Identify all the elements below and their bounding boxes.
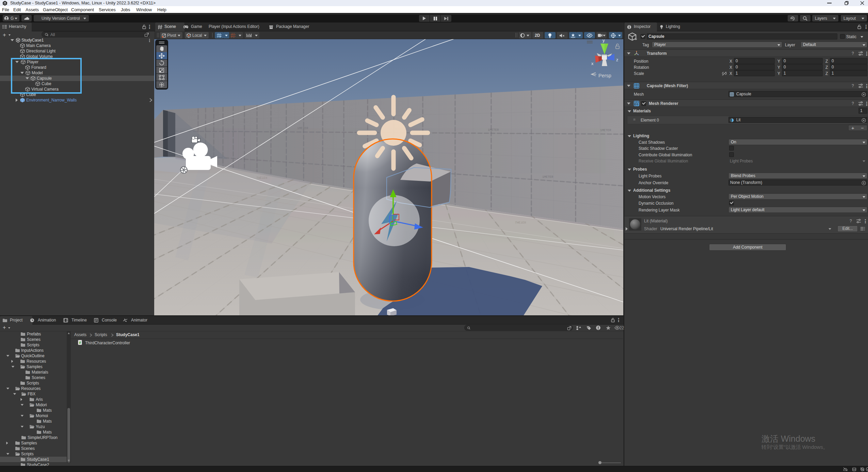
svg-text:y: y: [602, 39, 605, 43]
svg-text:1METER: 1METER: [542, 175, 553, 179]
svg-text:1METER: 1METER: [600, 129, 611, 132]
svg-text:Y: Y: [220, 35, 222, 38]
svg-text:1METER: 1METER: [256, 176, 268, 179]
svg-text:1METER: 1METER: [488, 128, 499, 132]
svg-text:1METER: 1METER: [297, 127, 308, 130]
svg-text:z: z: [616, 57, 618, 62]
svg-text:x: x: [591, 61, 594, 66]
svg-text:1METER: 1METER: [515, 220, 526, 224]
svg-text:Persp: Persp: [598, 73, 611, 78]
